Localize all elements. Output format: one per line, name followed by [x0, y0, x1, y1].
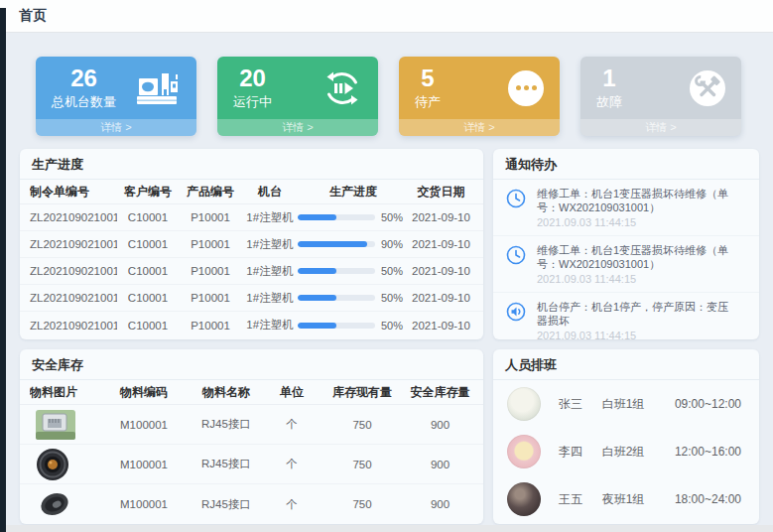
- avatar-lisi: [507, 435, 541, 468]
- product-no: P10001: [179, 320, 242, 332]
- col-machine: 机台: [242, 184, 298, 200]
- card-main: 20 运行中: [217, 57, 378, 119]
- card-total-machines[interactable]: 26 总机台数量: [36, 57, 196, 136]
- machine-name: 1#注塑机: [242, 318, 298, 332]
- progress-bar: [298, 295, 375, 301]
- notification-item[interactable]: 机台停产：机台1停产，停产原因：变压器损坏 2021.09.03 11:44:1…: [493, 293, 759, 339]
- notification-body: 维修工单：机台1变压器损坏待维修（单号：WX202109031001） 2021…: [537, 243, 735, 286]
- schedule-row: 王五 夜班1组 18:00~24:00: [493, 475, 759, 523]
- product-no: P10001: [179, 292, 242, 304]
- safety-stock-panel: 安全库存 物料图片 物料编码 物料名称 单位 库存现有量 安全库存量: [20, 349, 483, 524]
- panels-row-2: 安全库存 物料图片 物料编码 物料名称 单位 库存现有量 安全库存量: [20, 349, 759, 524]
- progress-cell: 50%: [298, 292, 409, 304]
- inventory-row: M100001 RJ45接口 个 750 900: [20, 405, 483, 445]
- progress-cell: 50%: [298, 265, 409, 277]
- inventory-row: M100001 RJ45接口 个 750 900: [20, 445, 483, 484]
- card-text: 20 运行中: [233, 66, 272, 111]
- card-text: 5 待产: [415, 66, 441, 111]
- waiting-value: 5: [421, 66, 434, 91]
- production-row: ZL202109021001 C10001 P10001 1#注塑机 50% 2…: [20, 285, 483, 312]
- card-fault[interactable]: 1 故障: [580, 57, 741, 136]
- delivery-date: 2021-09-10: [409, 292, 473, 304]
- notification-text: 维修工单：机台1变压器损坏待维修（单号：WX202109031001）: [537, 243, 735, 271]
- stat-cards-row: 26 总机台数量: [20, 57, 759, 136]
- notifications-panel-title: 通知待办: [493, 149, 759, 180]
- production-row: ZL202109021001 C10001 P10001 1#注塑机 50% 2…: [20, 258, 483, 285]
- notification-text: 维修工单：机台1变压器损坏待维修（单号：WX202109031001）: [537, 187, 735, 214]
- col-current-stock: 库存现有量: [318, 384, 407, 401]
- delivery-date: 2021-09-10: [409, 265, 473, 277]
- staff-name: 李四: [559, 444, 602, 461]
- safety-stock-panel-title: 安全库存: [20, 349, 483, 380]
- product-no: P10001: [179, 211, 242, 223]
- progress-cell: 50%: [298, 211, 409, 223]
- card-waiting[interactable]: 5 待产 详情 >: [399, 57, 560, 136]
- col-delivery-date: 交货日期: [409, 184, 473, 200]
- avatar-wangwu: [507, 482, 541, 516]
- safety-stock: 900: [407, 419, 473, 431]
- order-no: ZL202109021001: [30, 292, 117, 304]
- staff-time: 18:00~24:00: [675, 492, 745, 506]
- order-no: ZL202109021001: [30, 320, 117, 332]
- waiting-label: 待产: [415, 93, 441, 111]
- fault-detail-link[interactable]: 详情 >: [580, 119, 741, 136]
- progress-percent: 50%: [381, 265, 403, 277]
- progress-cell: 90%: [298, 238, 409, 250]
- machine-name: 1#注塑机: [242, 291, 298, 306]
- window-top-edge: [0, 0, 773, 8]
- horizontal-scrollbar-track[interactable]: [6, 525, 773, 532]
- material-unit: 个: [266, 497, 318, 512]
- col-material-image: 物料图片: [30, 384, 101, 401]
- progress-cell: 50%: [298, 320, 409, 332]
- tools-icon: [690, 70, 725, 106]
- collapsed-sidebar-edge: [0, 8, 6, 532]
- notification-time: 2021.09.03 11:44:15: [537, 216, 735, 229]
- schedule-row: 张三 白班1组 09:00~12:00: [493, 380, 759, 428]
- content-area: 26 总机台数量: [6, 33, 773, 532]
- notifications-panel: 通知待办 维修工单：机台1变压器损坏待维修（单号：WX202109031001）…: [493, 149, 759, 339]
- progress-bar: [298, 268, 375, 274]
- card-running[interactable]: 20 运行中: [217, 57, 378, 136]
- material-code: M100001: [101, 419, 187, 431]
- customer-no: C10001: [117, 320, 179, 332]
- notification-time: 2021.09.03 11:44:15: [537, 273, 735, 286]
- total-machines-detail-link[interactable]: 详情 >: [36, 119, 196, 136]
- material-name: RJ45接口: [187, 497, 266, 512]
- production-row: ZL202109021001 C10001 P10001 1#注塑机 50% 2…: [20, 312, 483, 338]
- rj45-jack-image: [30, 410, 101, 440]
- material-code: M100001: [101, 498, 187, 510]
- card-text: 1 故障: [596, 66, 622, 111]
- notification-time: 2021.09.03 11:44:15: [537, 330, 735, 339]
- running-value: 20: [239, 66, 266, 91]
- progress-percent: 90%: [381, 238, 403, 250]
- staff-shift: 白班1组: [602, 396, 675, 413]
- col-product-no: 产品编号: [179, 184, 242, 200]
- col-safety-stock: 安全库存量: [407, 384, 473, 401]
- customer-no: C10001: [117, 211, 179, 223]
- running-detail-link[interactable]: 详情 >: [217, 119, 378, 136]
- material-name: RJ45接口: [187, 457, 266, 471]
- total-machines-value: 26: [70, 66, 97, 91]
- col-material-code: 物料编码: [101, 384, 187, 401]
- production-table-header: 制令单编号 客户编号 产品编号 机台 生产进度 交货日期: [20, 180, 483, 204]
- card-main: 5 待产: [399, 57, 560, 119]
- material-unit: 个: [266, 457, 318, 471]
- staff-name: 王五: [559, 491, 602, 508]
- fault-value: 1: [602, 66, 615, 91]
- safety-stock: 900: [407, 459, 473, 470]
- notification-item[interactable]: 维修工单：机台1变压器损坏待维修（单号：WX202109031001） 2021…: [493, 180, 759, 236]
- material-unit: 个: [266, 417, 318, 432]
- page-title: 首页: [19, 7, 47, 25]
- staff-schedule-panel-title: 人员排班: [493, 349, 759, 380]
- production-row: ZL202109021001 C10001 P10001 1#注塑机 50% 2…: [20, 204, 483, 231]
- clock-icon: [505, 188, 527, 209]
- col-progress: 生产进度: [298, 184, 409, 200]
- panels-row-1: 生产进度 制令单编号 客户编号 产品编号 机台 生产进度 交货日期 ZL2021…: [20, 149, 759, 339]
- notification-item[interactable]: 维修工单：机台1变压器损坏待维修（单号：WX202109031001） 2021…: [493, 236, 759, 293]
- waiting-detail-link[interactable]: 详情 >: [399, 119, 560, 136]
- customer-no: C10001: [117, 238, 179, 250]
- ellipsis-icon: [508, 70, 544, 106]
- speaker-front-image: [30, 448, 101, 481]
- total-machines-label: 总机台数量: [52, 93, 116, 111]
- progress-bar: [298, 323, 375, 329]
